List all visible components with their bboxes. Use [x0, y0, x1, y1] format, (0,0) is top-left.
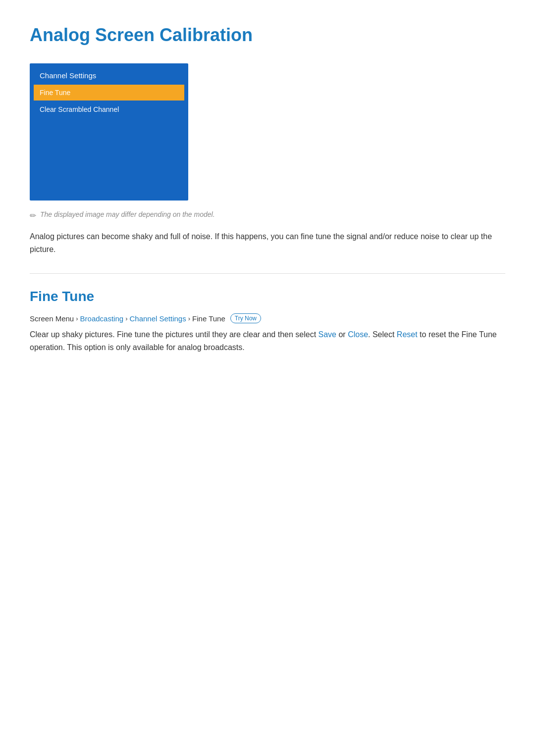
fine-tune-desc-part2: or: [336, 330, 348, 339]
breadcrumb-fine-tune: Fine Tune: [192, 314, 225, 323]
fine-tune-desc-part1: Clear up shaky pictures. Fine tune the p…: [30, 330, 319, 339]
breadcrumb: Screen Menu › Broadcasting › Channel Set…: [30, 313, 505, 323]
breadcrumb-channel-settings[interactable]: Channel Settings: [129, 314, 186, 323]
menu-item-clear-scrambled: Clear Scrambled Channel: [34, 101, 184, 117]
fine-tune-desc-part3: . Select: [368, 330, 397, 339]
breadcrumb-sep-1: ›: [76, 315, 78, 322]
fine-tune-reset-link[interactable]: Reset: [397, 330, 418, 339]
menu-header: Channel Settings: [34, 67, 184, 85]
fine-tune-save-link[interactable]: Save: [319, 330, 336, 339]
menu-body-spacer: [34, 117, 184, 197]
menu-item-fine-tune: Fine Tune: [34, 85, 184, 101]
breadcrumb-broadcasting[interactable]: Broadcasting: [80, 314, 124, 323]
pencil-icon: ✏: [30, 211, 36, 220]
breadcrumb-sep-3: ›: [188, 315, 190, 322]
breadcrumb-sep-2: ›: [125, 315, 127, 322]
note-text: The displayed image may differ depending…: [40, 210, 215, 218]
try-now-badge[interactable]: Try Now: [230, 313, 261, 323]
intro-description: Analog pictures can become shaky and ful…: [30, 230, 505, 255]
page-title: Analog Screen Calibration: [30, 25, 505, 46]
section-divider: [30, 273, 505, 274]
breadcrumb-screen-menu: Screen Menu: [30, 314, 74, 323]
fine-tune-description: Clear up shaky pictures. Fine tune the p…: [30, 328, 505, 353]
tv-menu-screenshot: Channel Settings Fine Tune Clear Scrambl…: [30, 63, 188, 201]
fine-tune-section-title: Fine Tune: [30, 289, 505, 304]
fine-tune-close-link[interactable]: Close: [348, 330, 368, 339]
note-row: ✏ The displayed image may differ dependi…: [30, 210, 505, 220]
